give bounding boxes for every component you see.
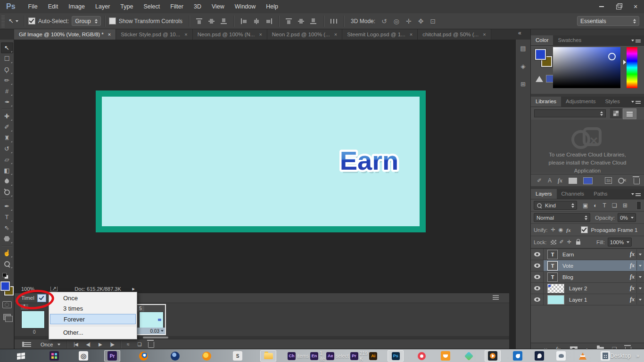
cc-sync-icon[interactable] bbox=[618, 177, 627, 184]
fill-color-chip[interactable] bbox=[569, 178, 577, 184]
convert-to-video-timeline-icon[interactable] bbox=[22, 342, 31, 347]
distribute-spacing-icon[interactable] bbox=[330, 18, 338, 25]
delete-library-item-icon[interactable] bbox=[634, 178, 640, 184]
tab-styles[interactable]: Styles bbox=[600, 97, 624, 107]
taskbar-app-spiral[interactable]: ◎ bbox=[79, 351, 88, 361]
stock-icon[interactable]: St bbox=[605, 177, 612, 184]
layer-fx-badge[interactable]: fx bbox=[630, 262, 635, 269]
frame-5[interactable]: 5 0.03 bbox=[136, 304, 166, 335]
status-expand-icon[interactable]: ► bbox=[132, 287, 136, 291]
menu-layer[interactable]: Layer bbox=[90, 3, 115, 10]
taskbar-app-mosaic[interactable] bbox=[50, 351, 59, 361]
visibility-cell[interactable] bbox=[531, 294, 544, 305]
menu-type[interactable]: Type bbox=[115, 3, 138, 10]
tab-steemit-logo[interactable]: Steemit Logo.psd @ 1...× bbox=[342, 29, 418, 40]
move-tool[interactable]: ↖ bbox=[1, 42, 13, 53]
tab-paths[interactable]: Paths bbox=[589, 189, 612, 199]
current-tool-button[interactable]: ↖ bbox=[8, 17, 18, 25]
layer-name[interactable]: Layer 2 bbox=[569, 286, 587, 291]
lasso-tool[interactable]: Ϙ bbox=[1, 64, 13, 75]
taskbar-app-premiere-small[interactable]: Pr bbox=[350, 352, 358, 360]
tab-close-icon[interactable]: × bbox=[334, 32, 337, 37]
tab-neon[interactable]: Neon.psd @ 100% (N...× bbox=[193, 29, 267, 40]
path-selection-tool[interactable]: ⇖ bbox=[1, 222, 13, 233]
unify-style-icon[interactable]: fx bbox=[566, 227, 570, 233]
opacity-field[interactable]: 0% bbox=[618, 213, 636, 222]
taskbar-app-s[interactable]: S bbox=[233, 351, 242, 361]
tween-button[interactable]: ≈ bbox=[127, 342, 129, 347]
new-frame-button[interactable]: ❏ bbox=[137, 342, 141, 347]
close-button[interactable]: ✕ bbox=[627, 0, 644, 13]
propagate-frame-checkbox[interactable] bbox=[581, 226, 588, 233]
brush-tool[interactable]: ✐ bbox=[1, 122, 13, 132]
list-view-button[interactable] bbox=[623, 108, 636, 119]
taskbar-app-bird[interactable] bbox=[202, 352, 211, 361]
3d-roll-icon[interactable]: ◎ bbox=[394, 17, 399, 25]
filter-type-layers-icon[interactable]: T bbox=[603, 202, 606, 209]
tab-close-icon[interactable]: × bbox=[259, 32, 262, 37]
fx-expand-arrow[interactable] bbox=[636, 261, 643, 271]
visibility-cell[interactable] bbox=[531, 260, 544, 271]
type-layer-thumbnail[interactable]: T bbox=[547, 272, 558, 282]
layer-row-blog[interactable]: T Blog fx bbox=[531, 272, 644, 283]
taskbar-file-explorer[interactable] bbox=[260, 350, 276, 362]
unify-visibility-icon[interactable]: ◉ bbox=[559, 227, 563, 233]
layer-name[interactable]: Earn bbox=[562, 252, 574, 257]
unify-position-icon[interactable]: ✛ bbox=[551, 227, 555, 233]
fx-expand-arrow[interactable] bbox=[636, 295, 643, 304]
tab-adjustments[interactable]: Adjustments bbox=[561, 97, 600, 107]
tab-neon-2[interactable]: Neon 2.psd @ 100% (...× bbox=[267, 29, 342, 40]
pixel-layer-thumbnail[interactable] bbox=[547, 295, 564, 304]
3d-pan-icon[interactable]: ✛ bbox=[406, 17, 412, 25]
layer-row-vote[interactable]: T Vote fx bbox=[531, 260, 644, 272]
panel-menu-icon[interactable] bbox=[631, 189, 644, 199]
export-arrow-icon[interactable]: ↗ bbox=[50, 287, 58, 291]
menu-help[interactable]: Help bbox=[261, 3, 283, 10]
add-brush-icon[interactable]: ✐ bbox=[537, 177, 542, 184]
panel-menu-icon[interactable] bbox=[631, 97, 644, 107]
align-left-edges-icon[interactable] bbox=[240, 18, 248, 25]
taskbar-app-photoshop[interactable]: Ps bbox=[388, 350, 404, 362]
saturation-field[interactable] bbox=[553, 47, 620, 88]
3d-rotate-icon[interactable]: ↺ bbox=[381, 17, 387, 25]
zoom-tool[interactable] bbox=[1, 258, 13, 269]
layer-fx-badge[interactable]: fx bbox=[630, 296, 635, 303]
desktop-chevron-icon[interactable]: » bbox=[636, 353, 639, 359]
3d-scale-icon[interactable]: ⊡ bbox=[430, 17, 436, 25]
layer-name[interactable]: Blog bbox=[562, 274, 573, 280]
menu-item-once[interactable]: Once bbox=[49, 293, 137, 304]
clone-stamp-tool[interactable]: ♜ bbox=[1, 132, 13, 143]
restore-button[interactable] bbox=[610, 0, 627, 13]
type-layer-thumbnail[interactable]: T bbox=[547, 250, 558, 259]
desktop-toolbar[interactable]: Desktop bbox=[610, 353, 631, 359]
collapse-panels-icon[interactable]: « bbox=[518, 30, 521, 36]
auto-select-checkbox[interactable] bbox=[28, 17, 35, 25]
foreground-color-chip[interactable] bbox=[583, 177, 593, 184]
tab-layers[interactable]: Layers bbox=[531, 189, 557, 199]
first-frame-button[interactable]: |◀ bbox=[74, 342, 77, 347]
foreground-color-swatch[interactable] bbox=[535, 49, 546, 60]
distribute-top-edges-icon[interactable] bbox=[285, 18, 293, 25]
type-layer-thumbnail-selected[interactable]: T bbox=[547, 261, 558, 271]
filter-shape-layers-icon[interactable]: ❏ bbox=[612, 202, 617, 209]
scrollbar-thumb[interactable] bbox=[143, 337, 168, 338]
layer-name[interactable]: Vote bbox=[562, 263, 573, 269]
foreground-color-swatch[interactable] bbox=[0, 281, 10, 291]
frame-delay[interactable]: 0 bbox=[33, 329, 36, 335]
filter-switch[interactable] bbox=[636, 201, 641, 210]
taskbar-app-uc-browser[interactable] bbox=[441, 351, 450, 361]
taskbar-app-character-animator[interactable]: Ch bbox=[288, 352, 296, 360]
layer-row-earn[interactable]: T Earn fx bbox=[531, 249, 644, 260]
library-select-dropdown[interactable] bbox=[534, 109, 606, 117]
add-layer-style-icon[interactable]: fx bbox=[558, 177, 562, 184]
menu-window[interactable]: Window bbox=[230, 3, 261, 10]
menu-item-3-times[interactable]: 3 times bbox=[49, 304, 137, 314]
align-vertical-centers-icon[interactable] bbox=[208, 18, 215, 25]
shape-tool[interactable] bbox=[1, 233, 13, 244]
layer-fx-badge[interactable]: fx bbox=[630, 251, 635, 258]
lock-paint-icon[interactable]: ✐ bbox=[560, 239, 564, 245]
frame-delay-bar[interactable]: 0.03 bbox=[137, 328, 165, 334]
tab-close-icon[interactable]: × bbox=[184, 32, 187, 37]
type-tool[interactable]: T bbox=[1, 212, 13, 222]
fx-expand-arrow[interactable] bbox=[636, 249, 643, 259]
